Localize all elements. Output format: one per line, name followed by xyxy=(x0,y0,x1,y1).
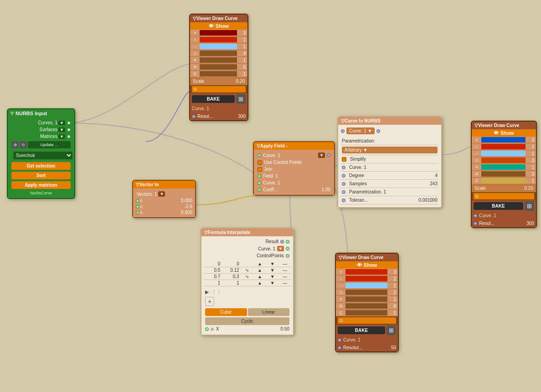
sort-button[interactable]: Sort xyxy=(11,172,71,179)
fn-curve-right-socket[interactable] xyxy=(286,247,289,250)
viewer-right-header[interactable]: ▽ Viewer Draw Curve xyxy=(472,122,536,129)
vb-curve-in-socket[interactable] xyxy=(338,338,341,342)
surfaces-socket[interactable] xyxy=(67,128,71,132)
cn-tolerance-socket[interactable] xyxy=(342,199,345,202)
fn-r1-up[interactable]: ▲ xyxy=(253,267,266,274)
vec0-icon: ⊙ xyxy=(139,199,146,203)
curves-socket[interactable] xyxy=(67,121,71,125)
vr-resol-num: 300 xyxy=(526,221,534,226)
curve-in-dropdown[interactable]: ▼ xyxy=(318,153,325,158)
vrow0-icon: × xyxy=(192,31,198,35)
resol-num: 300 xyxy=(238,114,246,119)
fn-cubic-tab[interactable]: Cubic xyxy=(205,308,247,316)
surfaces-arrow[interactable]: ▼ xyxy=(58,127,65,132)
cn-curve-out-socket[interactable] xyxy=(376,129,380,133)
viewer-top-node: ▽ Viewer Draw Curve 👁 Show × 3 ○ 1 → 1 ◇… xyxy=(189,14,248,121)
vb-bake-expand[interactable]: ⊞ xyxy=(386,326,396,335)
vec-row-0: ⊙ 0.000 xyxy=(135,198,193,204)
fn-r0-up[interactable]: ▲ xyxy=(253,261,266,267)
fn-r0-dn[interactable]: ▼ xyxy=(266,261,279,267)
vb-bake-row: BAKE ⊞ xyxy=(336,325,398,336)
fn-linear-tab[interactable]: Linear xyxy=(248,308,290,316)
vec2-socket[interactable] xyxy=(136,211,139,214)
vr-curve-in-socket[interactable] xyxy=(474,214,477,218)
fn-r2-up[interactable]: ▲ xyxy=(253,274,266,280)
viewer-top-header[interactable]: ▽ Viewer Draw Curve xyxy=(190,15,247,22)
fn-grid-icon[interactable]: ⋮⋮ xyxy=(211,289,222,295)
field-socket[interactable] xyxy=(258,174,261,178)
update-button[interactable]: Update ... xyxy=(28,141,71,148)
fn-r2-dn[interactable]: ▼ xyxy=(266,274,279,280)
vb-bake-button[interactable]: BAKE xyxy=(338,326,385,334)
fn-r2-del[interactable]: — xyxy=(278,274,291,280)
cn-param-val-row: Arbitrary ▼ xyxy=(341,145,438,155)
vr-bake-expand[interactable]: ⊞ xyxy=(525,201,534,211)
get-selection-button[interactable]: Get selection xyxy=(11,162,71,170)
nurbs-input-header[interactable]: ▽ NURBS Input xyxy=(8,109,74,117)
viewer-right-show-bar[interactable]: 👁 Show xyxy=(472,129,536,137)
cn-simplify-checkbox[interactable] xyxy=(342,157,346,162)
vec2-val: 0.000 xyxy=(146,210,192,215)
vb1-num: 2 xyxy=(389,276,396,281)
coeff-socket[interactable] xyxy=(258,188,261,192)
cn-samples-val: 243 xyxy=(430,181,438,186)
cn-samples-socket[interactable] xyxy=(342,182,345,186)
fn-r3-del[interactable]: — xyxy=(278,280,291,286)
fn-play-icon[interactable]: ▶ xyxy=(205,289,209,295)
use-cp-checkbox[interactable] xyxy=(258,160,262,165)
viewer-bottom-show-bar[interactable]: 👁 Show xyxy=(336,261,398,269)
fn-r3-up[interactable]: ▲ xyxy=(253,280,266,286)
collapse-icon: ▽ xyxy=(10,111,14,116)
fn-header[interactable]: ▽ Formula Interpolate xyxy=(201,229,293,236)
formula-interpolate-node: ▽ Formula Interpolate Result Curve. 1 ▼ … xyxy=(201,228,294,336)
vr-resol-socket[interactable] xyxy=(474,222,477,225)
vb-resol-socket[interactable] xyxy=(338,346,341,350)
viewer-bottom-header[interactable]: ▽ Viewer Draw Curve xyxy=(336,254,398,261)
curves-arrow[interactable]: ▼ xyxy=(58,121,65,125)
show-bar[interactable]: 👁 Show xyxy=(190,22,247,30)
resol-socket[interactable] xyxy=(192,115,196,118)
fn-x-socket[interactable] xyxy=(205,327,209,331)
cn-curve-dropdown[interactable]: Curve. 1 ▼ xyxy=(346,127,375,134)
vrow5-color xyxy=(200,64,237,70)
curve2-socket[interactable] xyxy=(258,181,261,185)
fn-r1-del[interactable]: — xyxy=(278,267,291,274)
fn-r0-del[interactable]: — xyxy=(278,261,291,267)
curve-in-socket[interactable] xyxy=(258,153,261,157)
fn-cp-socket[interactable] xyxy=(286,254,289,258)
curve-out-socket[interactable] xyxy=(327,153,330,157)
coeff-label: Coeff... xyxy=(263,187,320,192)
cn-param-dropdown[interactable]: Arbitrary ▼ xyxy=(342,147,438,153)
bake-expand-button[interactable]: ⊞ xyxy=(236,94,246,104)
vectors-dropdown-btn[interactable]: ▼ xyxy=(158,191,165,197)
join-checkbox[interactable] xyxy=(258,167,262,172)
fn-r1-dn[interactable]: ▼ xyxy=(266,267,279,274)
fn-result-socket[interactable] xyxy=(280,240,284,244)
fn-r3-dn[interactable]: ▼ xyxy=(266,280,279,286)
cn-degree-socket[interactable] xyxy=(342,174,345,178)
vb-row-3: ◇ 2 xyxy=(336,289,398,296)
matrices-socket[interactable] xyxy=(67,135,71,138)
apply-matrices-button[interactable]: Apply matrices xyxy=(11,181,71,189)
apply-field-header[interactable]: ▽ Apply Field - xyxy=(254,142,334,150)
vb4-num: 1 xyxy=(389,297,396,302)
fn-add-button[interactable]: + xyxy=(205,297,214,306)
vr3-icon: ◇ xyxy=(474,158,480,163)
cn-curve-label: Curve. 1 xyxy=(349,128,366,133)
vec1-socket[interactable] xyxy=(136,205,139,209)
cn-param2-socket[interactable] xyxy=(342,190,345,194)
cn-curve2-socket[interactable] xyxy=(342,166,345,169)
vb-resol-label: Resolut... xyxy=(343,345,389,350)
vector-in-header[interactable]: ▽ Vector In xyxy=(133,181,195,188)
vr-bake-button[interactable]: BAKE xyxy=(474,202,523,210)
cn-header[interactable]: ▽ Curve to NURBS xyxy=(338,117,441,125)
vec0-socket[interactable] xyxy=(136,199,139,203)
bake-button[interactable]: BAKE xyxy=(192,95,235,103)
fn-cyclic-button[interactable]: Cyclic xyxy=(205,317,289,325)
sverchok-dropdown[interactable]: Sverchok xyxy=(13,152,72,159)
fn-curve-dropdown[interactable]: ▼ xyxy=(277,246,284,251)
vec1-icon: ⊙ xyxy=(139,204,146,209)
fn-result-right-socket[interactable] xyxy=(286,240,289,244)
matrices-arrow[interactable]: ▼ xyxy=(58,134,65,139)
cn-curve-in-socket[interactable] xyxy=(341,129,345,133)
